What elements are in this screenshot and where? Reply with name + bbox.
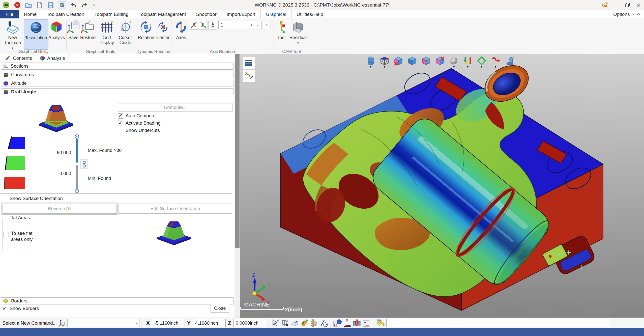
rotation-button[interactable]: Rotation [138,19,154,40]
new-file-button[interactable] [36,2,43,9]
machining-sim-button[interactable] [342,319,352,328]
xyz-view-button[interactable]: X Y Z [243,70,255,82]
tab-import-export[interactable]: Import/Export [222,10,260,18]
legend-range-slider[interactable] [74,134,89,193]
restore-button[interactable] [622,0,633,10]
open-file-button[interactable] [25,2,32,9]
macro-command-input[interactable] [386,319,610,327]
flat-areas-only-checkbox[interactable]: To see flat areas only [4,230,33,242]
workzone-info-button[interactable]: i [333,319,342,328]
rotate-y-axis-button[interactable]: Y [199,21,208,30]
viewport-3d[interactable]: Z Y X MACHINE 2(inch) X Y Z [240,54,644,318]
restore-view-button[interactable]: Restore [80,19,95,40]
save-view-button[interactable]: Save [67,19,80,40]
auto-compute-checkbox-box[interactable] [118,113,123,119]
tab-utilities-help[interactable]: Utilities/Help [291,10,328,18]
axis-step-combo[interactable]: 1▾ [218,21,254,29]
surface-shading-button[interactable]: ▾ [449,56,459,69]
row-curvatures[interactable]: Curvatures [1,71,233,78]
reverse-all-button[interactable]: Reverse All [3,204,116,214]
analysis-button[interactable]: Analysis [48,19,65,40]
quick-access-dropdown[interactable]: ▾ [92,2,96,9]
stock-cylinder-button[interactable]: ▾ [366,56,376,69]
axis-step-minus-button[interactable]: - [254,21,262,29]
solid-cube-button[interactable] [407,56,417,69]
options-dropdown-icon[interactable]: ▾ [632,12,634,16]
rotate-z-axis-button[interactable] [208,21,217,30]
edit-surface-orientation-button[interactable]: Edit Surface Orientation [119,204,232,214]
surface-pick-button[interactable] [290,319,300,328]
tool-display-button[interactable] [504,56,514,69]
delete-faces-button[interactable] [435,56,445,69]
row-altitude[interactable]: Altitude [1,80,233,87]
workzone-button[interactable] [58,1,66,9]
show-undercuts-checkbox-box[interactable] [118,128,123,133]
tab-shopfloor[interactable]: Shopfloor [191,10,221,18]
show-surface-orientation-checkbox-box[interactable] [2,196,7,201]
auto-compute-checkbox[interactable]: Auto Compute [118,113,155,119]
min-angle-input[interactable] [3,170,73,177]
tool-protect-button[interactable] [352,319,362,328]
curve-flow-button[interactable]: ▾ [490,56,501,69]
measure-button[interactable] [309,319,319,328]
flat-areas-only-checkbox-box[interactable] [4,232,9,237]
minimize-button[interactable] [611,0,622,10]
tab-graphical[interactable]: Graphical [260,10,291,19]
residual-button[interactable]: Residual ▾ [289,19,307,46]
contents-brush-icon [5,56,11,61]
tab-toolpath-editing[interactable]: Toolpath Editing [89,10,133,18]
tab-toolpath-creation[interactable]: Toolpath Creation [42,10,89,18]
exit-button[interactable]: × [14,2,21,9]
hide-selected-faces-button[interactable] [393,56,403,69]
compute-button[interactable]: Compute... [118,103,232,112]
axis-step-plus-button[interactable]: + [263,21,271,29]
show-borders-checkbox[interactable]: Show Borders [2,306,39,311]
save-button[interactable] [47,2,54,9]
tab-file[interactable]: File [0,10,19,18]
dynamic-color-button[interactable] [300,319,309,328]
show-undercuts-checkbox[interactable]: Show Undercuts [118,128,160,133]
entity-info-button[interactable]: ? [319,319,328,328]
tab-toolpath-management[interactable]: Toolpath Management [133,10,191,18]
wireframe-cube-button[interactable]: ▾ [379,56,390,69]
x-coord-input[interactable] [152,319,185,327]
panel-scrollbar[interactable] [235,54,240,318]
row-draft-angle[interactable]: Draft Angle [1,88,233,95]
rotate-x-axis-button[interactable]: X [189,21,198,30]
close-panel-button[interactable]: Close [211,304,229,313]
show-borders-checkbox-box[interactable] [2,306,7,311]
row-borders[interactable]: Borders [1,297,233,304]
sync-cloud-button[interactable] [600,0,611,10]
toolpath-direction-button[interactable]: ▾ [463,56,473,69]
dynamic-rotation-cube-button[interactable] [421,56,431,69]
boundary-curves-button[interactable]: ▾ [477,56,487,69]
tab-home[interactable]: Home [19,10,42,18]
activate-shading-checkbox[interactable]: Activate Shading [118,120,161,126]
tesselation-button[interactable]: Tesselation [24,19,48,50]
grid-display-button[interactable]: Grid Display [98,19,115,45]
panel-tab-contents[interactable]: Contents [1,54,36,63]
z-coord-input[interactable] [233,319,266,327]
options-menu[interactable]: Options [613,12,630,17]
new-toolpath-button[interactable]: New Toolpath ▾ [2,19,23,51]
close-button[interactable]: × [633,0,644,10]
redo-button[interactable] [81,2,88,9]
y-coord-input[interactable] [193,319,226,327]
cursor-guide-button[interactable]: D Cursor Guide [118,19,133,45]
point-analysis-button[interactable] [280,319,290,328]
row-sections[interactable]: Sections [1,63,233,70]
collapse-ribbon-icon[interactable] [636,13,641,16]
undo-button[interactable] [70,2,77,9]
show-surface-orientation-checkbox[interactable]: Show Surface Orientation [2,196,63,201]
axes-button[interactable]: Axes [174,19,188,40]
cam-tool-button[interactable]: Tool [275,19,287,40]
report-button[interactable] [362,319,371,328]
command-combo[interactable]: ▾ [67,319,139,327]
macro-button[interactable] [376,319,385,328]
max-angle-input[interactable] [3,149,73,156]
center-button[interactable]: Center [156,19,170,40]
select-entity-button[interactable]: ? [271,319,280,328]
panel-tab-analysis[interactable]: Analysis [36,54,69,63]
activate-shading-checkbox-box[interactable] [118,121,123,126]
viewport-menu-button[interactable] [243,57,255,69]
